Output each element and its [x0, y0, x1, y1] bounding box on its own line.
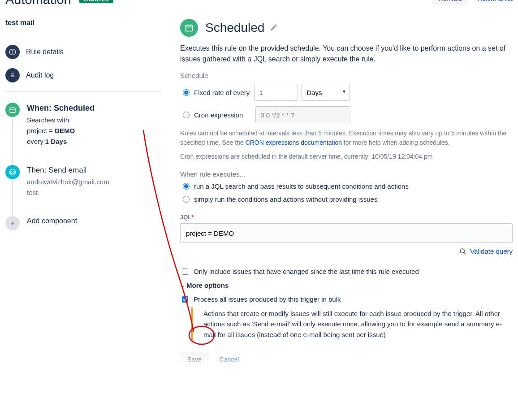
trigger-description: Executes this rule on the provided sched… [180, 43, 513, 65]
only-changed-checkbox[interactable] [182, 268, 188, 275]
fixed-rate-radio[interactable] [183, 89, 190, 96]
sidebar-item-label: Audit log [26, 71, 54, 79]
run-jql-label: run a JQL search and pass results to sub… [194, 182, 409, 190]
flow-item-then[interactable]: Then: Send email andrewdvizhok@gmail.com… [5, 165, 162, 198]
flow-when-jql: project = DEMO [27, 126, 95, 136]
flow-when-title: When: Scheduled [27, 104, 95, 113]
return-to-list-link[interactable]: Return to list [477, 0, 513, 2]
chevron-down-icon: ⌄ [180, 282, 185, 289]
schedule-label: Schedule [180, 72, 513, 79]
svg-line-18 [464, 252, 466, 254]
interval-input[interactable] [254, 84, 298, 101]
svg-point-2 [12, 50, 13, 51]
cancel-button[interactable]: Cancel [217, 355, 242, 364]
interval-unit-select[interactable]: Days [302, 84, 350, 101]
svg-point-17 [460, 249, 464, 253]
sidebar-item-label: Rule details [26, 48, 64, 56]
fixed-rate-label: Fixed rate of every [194, 89, 250, 96]
flow-item-add-component[interactable]: Add component [5, 216, 162, 230]
calendar-icon [5, 103, 20, 117]
mail-icon [5, 165, 20, 179]
flow-then-email: andrewdvizhok@gmail.com [27, 177, 109, 187]
sidebar-item-audit-log[interactable]: Audit log [5, 64, 162, 87]
flow-then-title: Then: Send email [27, 166, 109, 175]
info-icon [5, 45, 20, 59]
page-title: Automation [5, 0, 71, 7]
svg-rect-6 [10, 108, 15, 113]
flow-then-subject: test [27, 187, 109, 198]
cron-input [255, 106, 350, 123]
run-jql-radio[interactable] [183, 183, 190, 190]
plus-icon [5, 216, 20, 230]
only-changed-label: Only include issues that have changed si… [194, 268, 419, 275]
search-icon [459, 248, 466, 255]
more-options-toggle[interactable]: ⌄ More options [180, 281, 513, 289]
jql-input[interactable] [180, 223, 513, 243]
save-button[interactable]: Save [180, 352, 209, 367]
edit-icon[interactable] [270, 23, 278, 33]
flow-item-when[interactable]: When: Scheduled Searches with: project =… [5, 103, 162, 147]
run-rule-button[interactable]: Run rule [432, 0, 468, 5]
server-time-text: Cron expressions are scheduled in the de… [180, 152, 513, 161]
divider [5, 91, 162, 92]
process-bulk-checkbox[interactable] [182, 296, 188, 303]
flow-when-interval: every 1 Days [27, 136, 95, 147]
sidebar-item-rule-details[interactable]: Rule details [5, 40, 162, 64]
status-badge: ENABLED [79, 0, 114, 3]
process-bulk-label: Process all issues produced by this trig… [194, 295, 341, 303]
when-executes-label: When rule executes... [180, 170, 513, 178]
cron-docs-link[interactable]: CRON expressions documentation [246, 139, 342, 146]
validate-query-link[interactable]: Validate query [459, 247, 513, 255]
add-component-label: Add component [27, 217, 77, 225]
calendar-icon [180, 19, 198, 37]
svg-rect-13 [186, 25, 193, 31]
content-title: Scheduled [205, 21, 264, 35]
cron-radio[interactable] [183, 112, 190, 118]
jql-field-label: JQL* [180, 214, 513, 221]
cron-label: Cron expression [194, 111, 243, 119]
list-icon [5, 68, 20, 82]
bulk-info-text: Actions that create or modify issues wil… [191, 307, 513, 341]
rule-name: test mail [5, 19, 162, 27]
schedule-help-text: Rules can not be scheduled at intervals … [180, 129, 513, 147]
simply-run-label: simply run the conditions and actions wi… [194, 195, 377, 203]
flow-when-sub: Searches with: [27, 115, 95, 126]
simply-run-radio[interactable] [183, 196, 190, 203]
